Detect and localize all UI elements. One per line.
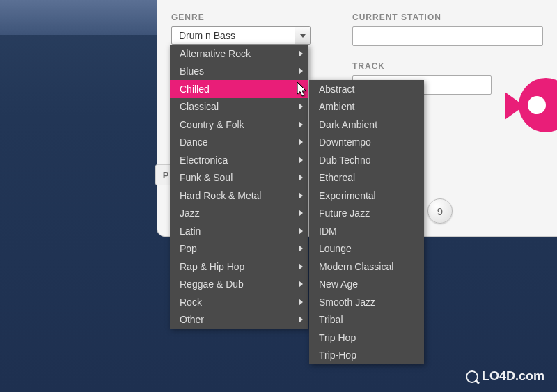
menu-item[interactable]: Blues: [170, 63, 308, 81]
menu-item[interactable]: Classical: [170, 98, 308, 116]
preset-label: 9: [437, 205, 443, 217]
submenu-arrow-icon: [299, 50, 303, 57]
menu-item[interactable]: Pop: [170, 240, 308, 258]
genre-dropdown-button[interactable]: [295, 27, 310, 44]
menu-item-label: Jazz: [180, 207, 299, 219]
menu-item-label: Classical: [180, 101, 299, 112]
submenu-item-label: Experimental: [319, 190, 418, 201]
submenu-arrow-icon: [299, 210, 303, 217]
submenu-arrow-icon: [299, 281, 303, 288]
submenu-item-label: Future Jazz: [319, 207, 418, 219]
submenu-item-label: Lounge: [319, 243, 418, 254]
caret-down-icon: [300, 34, 306, 38]
current-station-field[interactable]: [352, 26, 543, 46]
preset-button-9[interactable]: 9: [427, 198, 453, 224]
genre-label: GENRE: [171, 13, 311, 22]
menu-item-label: Alternative Rock: [180, 48, 299, 59]
submenu-item-label: Downtempo: [319, 136, 418, 148]
submenu-item-label: Dark Ambient: [319, 119, 418, 130]
submenu-item[interactable]: Smooth Jazz: [309, 293, 424, 311]
submenu-item[interactable]: Dub Techno: [309, 151, 424, 169]
submenu-arrow-icon: [299, 228, 303, 235]
genre-dropdown[interactable]: Drum n Bass: [171, 26, 311, 45]
watermark-text: LO4D.com: [482, 369, 544, 384]
current-station-section: CURRENT STATION: [352, 13, 543, 46]
submenu-item[interactable]: Modern Classical: [309, 258, 424, 276]
menu-item-label: Dance: [180, 136, 299, 148]
submenu-item[interactable]: Abstract: [309, 80, 424, 98]
submenu-item-label: Trip-Hop: [319, 350, 418, 361]
submenu-item-label: Ambient: [319, 101, 418, 112]
submenu-item[interactable]: Tribal: [309, 311, 424, 329]
submenu-item[interactable]: IDM: [309, 222, 424, 240]
submenu-item-label: Ethereal: [319, 172, 418, 183]
fish-eye-icon: [528, 96, 546, 114]
menu-item[interactable]: Latin: [170, 222, 308, 240]
menu-item[interactable]: Dance: [170, 134, 308, 152]
magnify-icon: [466, 370, 478, 383]
menu-item[interactable]: Country & Folk: [170, 116, 308, 134]
menu-item-label: Reggae & Dub: [180, 279, 299, 290]
menu-item-label: Blues: [180, 65, 299, 77]
logo-fish: [508, 78, 557, 134]
menu-item-label: Country & Folk: [180, 119, 299, 130]
submenu-item[interactable]: Future Jazz: [309, 205, 424, 223]
panel-tab-label: P: [163, 170, 169, 180]
menu-item-label: Chilled: [180, 84, 299, 95]
submenu-item[interactable]: New Age: [309, 276, 424, 294]
genre-submenu[interactable]: AbstractAmbientDark AmbientDowntempoDub …: [309, 80, 424, 364]
menu-item[interactable]: Other: [170, 311, 308, 329]
submenu-arrow-icon: [299, 121, 303, 128]
submenu-item[interactable]: Downtempo: [309, 134, 424, 152]
submenu-arrow-icon: [299, 139, 303, 146]
watermark: LO4D.com: [466, 369, 544, 384]
menu-item-label: Latin: [180, 226, 299, 237]
submenu-arrow-icon: [299, 245, 303, 252]
submenu-item[interactable]: Trip-Hop: [309, 347, 424, 365]
menu-item[interactable]: Hard Rock & Metal: [170, 187, 308, 205]
submenu-arrow-icon: [299, 263, 303, 270]
submenu-item-label: Modern Classical: [319, 261, 418, 272]
menu-item-label: Hard Rock & Metal: [180, 190, 299, 201]
genre-section: GENRE Drum n Bass: [171, 13, 311, 45]
submenu-arrow-icon: [299, 174, 303, 181]
menu-item[interactable]: Funk & Soul: [170, 169, 308, 187]
submenu-item[interactable]: Trip Hop: [309, 329, 424, 347]
menu-item-label: Other: [180, 314, 299, 325]
menu-item[interactable]: Rock: [170, 293, 308, 311]
current-station-label: CURRENT STATION: [352, 13, 543, 22]
submenu-item[interactable]: Dark Ambient: [309, 116, 424, 134]
menu-item[interactable]: Reggae & Dub: [170, 276, 308, 294]
menu-item[interactable]: Rap & Hip Hop: [170, 258, 308, 276]
submenu-item-label: IDM: [319, 226, 418, 237]
submenu-item-label: Tribal: [319, 314, 418, 325]
menu-item-label: Rap & Hip Hop: [180, 261, 299, 272]
menu-item[interactable]: Chilled: [170, 80, 308, 98]
menu-item-label: Electronica: [180, 155, 299, 166]
track-label: TRACK: [352, 61, 543, 71]
genre-dropdown-value: Drum n Bass: [172, 30, 295, 41]
menu-item[interactable]: Jazz: [170, 205, 308, 223]
mouse-cursor-icon: [297, 82, 310, 102]
submenu-item-label: Trip Hop: [319, 332, 418, 343]
menu-item[interactable]: Alternative Rock: [170, 45, 308, 63]
submenu-item-label: Dub Techno: [319, 155, 418, 166]
menu-item-label: Rock: [180, 297, 299, 308]
submenu-arrow-icon: [299, 316, 303, 323]
genre-dropdown-menu[interactable]: Alternative RockBluesChilledClassicalCou…: [170, 45, 308, 329]
submenu-arrow-icon: [299, 68, 303, 75]
menu-item[interactable]: Electronica: [170, 151, 308, 169]
submenu-item-label: Abstract: [319, 84, 418, 95]
submenu-arrow-icon: [299, 157, 303, 164]
menu-item-label: Pop: [180, 243, 299, 254]
submenu-item[interactable]: Experimental: [309, 187, 424, 205]
menu-item-label: Funk & Soul: [180, 172, 299, 183]
submenu-arrow-icon: [299, 192, 303, 199]
submenu-item[interactable]: Ethereal: [309, 169, 424, 187]
submenu-item-label: New Age: [319, 279, 418, 290]
submenu-arrow-icon: [299, 299, 303, 306]
submenu-arrow-icon: [299, 103, 303, 110]
submenu-item-label: Smooth Jazz: [319, 297, 418, 308]
submenu-item[interactable]: Ambient: [309, 98, 424, 116]
submenu-item[interactable]: Lounge: [309, 240, 424, 258]
